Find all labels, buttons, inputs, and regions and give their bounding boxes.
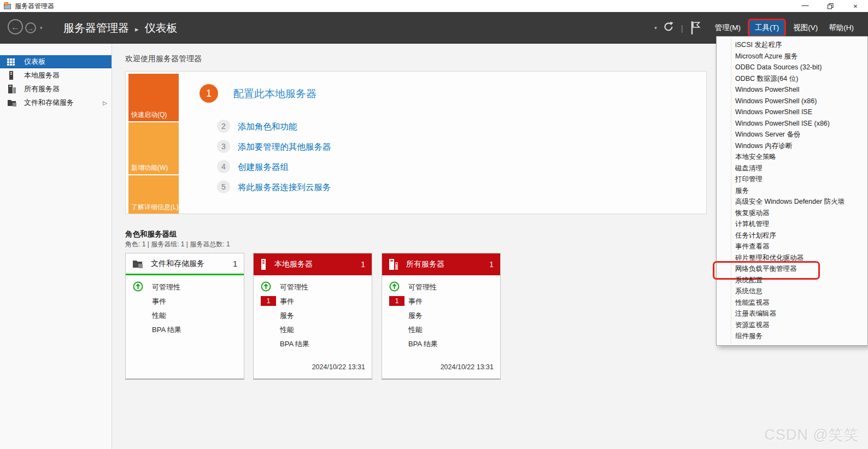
tools-menu-item[interactable]: 高级安全 Windows Defender 防火墙	[717, 196, 867, 208]
tools-menu-item[interactable]: Windows PowerShell ISE	[717, 107, 867, 118]
roles-section-summary: 角色: 1 | 服务器组: 1 | 服务器总数: 1	[125, 240, 230, 249]
tools-menu-item[interactable]: Windows 内存诊断	[717, 140, 867, 152]
tools-menu-item[interactable]: 组件服务	[717, 330, 867, 342]
tools-dropdown-menu: iSCSI 发起程序 Microsoft Azure 服务 ODBC Data …	[716, 36, 868, 346]
expand-arrow-icon[interactable]: ▷	[103, 100, 107, 106]
sidebar-item-all-servers[interactable]: 所有服务器	[0, 82, 112, 96]
card-row-link[interactable]: 服务	[280, 311, 294, 321]
notifications-caret-icon[interactable]: ▾	[654, 25, 657, 31]
card-row-link[interactable]: 性能	[408, 325, 423, 335]
tools-menu-item[interactable]: Microsoft Azure 服务	[717, 51, 867, 62]
menu-tools[interactable]: 工具(T)	[749, 20, 784, 36]
forward-button[interactable]: →	[25, 22, 36, 33]
welcome-title: 欢迎使用服务器管理器	[125, 54, 202, 64]
menu-help[interactable]: 帮助(H)	[823, 20, 859, 36]
card-row-link[interactable]: 服务	[408, 311, 423, 321]
menu-item-label: iSCSI 发起程序	[735, 41, 782, 49]
tools-menu-item[interactable]: Windows PowerShell	[717, 84, 867, 96]
sidebar-item-label: 所有服务器	[24, 84, 60, 94]
close-button[interactable]: ×	[843, 0, 868, 12]
card-row-link[interactable]: 性能	[152, 311, 166, 321]
tools-menu-item[interactable]: Windows PowerShell (x86)	[717, 96, 867, 107]
step-number-badge: 3	[217, 140, 230, 153]
card-row-link[interactable]: BPA 结果	[280, 339, 309, 349]
breadcrumb-root[interactable]: 服务器管理器	[63, 22, 129, 34]
tools-menu-item[interactable]: 碎片整理和优化驱动器	[717, 252, 867, 264]
restore-button[interactable]	[818, 0, 843, 12]
menu-item-label: 组件服务	[735, 332, 763, 340]
step-link[interactable]: 添加要管理的其他服务器	[238, 141, 331, 153]
card-row-bpa-results: BPA 结果	[126, 323, 244, 337]
step-link[interactable]: 添加角色和功能	[238, 121, 297, 133]
card-row-link[interactable]: 性能	[280, 325, 294, 335]
tools-menu-item[interactable]: 网络负载平衡管理器	[717, 263, 867, 275]
menu-item-label: Windows PowerShell	[735, 86, 799, 93]
step-link[interactable]: 将此服务器连接到云服务	[238, 182, 331, 193]
refresh-icon[interactable]	[662, 21, 675, 35]
card-header[interactable]: 所有服务器 1	[382, 253, 500, 275]
tools-menu-item[interactable]: 系统信息	[717, 286, 867, 297]
tools-menu-item[interactable]: 计算机管理	[717, 218, 867, 230]
window-titlebar: 服务器管理器 — ×	[0, 0, 868, 12]
manageability-up-icon	[389, 281, 400, 292]
tools-menu-item[interactable]: 本地安全策略	[717, 151, 867, 163]
card-row-link[interactable]: BPA 结果	[408, 339, 438, 349]
minimize-button[interactable]: —	[793, 0, 818, 12]
menu-item-label: 网络负载平衡管理器	[735, 265, 797, 273]
menu-manage[interactable]: 管理(M)	[709, 20, 746, 36]
card-row-services: 服务	[382, 309, 500, 323]
sidebar-item-local-server[interactable]: 本地服务器	[0, 69, 112, 82]
card-row-link[interactable]: 可管理性	[408, 282, 437, 292]
sidebar-item-file-storage-services[interactable]: 文件和存储服务 ▷	[0, 96, 112, 109]
sidebar-item-label: 本地服务器	[24, 70, 60, 80]
tools-menu-item[interactable]: ODBC Data Sources (32-bit)	[717, 62, 867, 73]
tools-menu-item[interactable]: Windows PowerShell ISE (x86)	[717, 118, 867, 129]
tools-menu-item[interactable]: 资源监视器	[717, 320, 867, 331]
menu-item-label: 打印管理	[735, 175, 763, 183]
all-servers-icon	[7, 85, 17, 93]
tools-menu-item[interactable]: 任务计划程序	[717, 230, 867, 241]
tab-learn-more[interactable]: 了解详细信息(L)	[128, 175, 179, 214]
tab-quick-start[interactable]: 快速启动(Q)	[128, 74, 179, 121]
card-row-link[interactable]: 事件	[408, 297, 423, 306]
card-row-link[interactable]: 事件	[280, 297, 294, 306]
back-button[interactable]: ←	[8, 19, 23, 34]
breadcrumb-separator-icon: ▸	[135, 25, 139, 33]
menu-item-label: ODBC Data Sources (32-bit)	[735, 63, 822, 71]
breadcrumb-current: 仪表板	[145, 22, 178, 34]
tools-menu-item[interactable]: 恢复驱动器	[717, 208, 867, 219]
menu-item-label: 恢复驱动器	[735, 209, 770, 217]
step-link[interactable]: 配置此本地服务器	[233, 87, 316, 101]
tools-menu-item[interactable]: 注册表编辑器	[717, 308, 867, 320]
tools-menu-item[interactable]: ODBC 数据源(64 位)	[717, 73, 867, 85]
tools-menu-item[interactable]: 打印管理	[717, 174, 867, 185]
tools-menu-item[interactable]: 系统配置	[717, 275, 867, 286]
tools-menu-item[interactable]: iSCSI 发起程序	[717, 39, 867, 51]
sidebar-item-dashboard[interactable]: 仪表板	[0, 55, 112, 68]
tools-menu-item[interactable]: 事件查看器	[717, 241, 867, 252]
card-header[interactable]: 本地服务器 1	[254, 253, 372, 275]
card-row-services: 服务	[254, 309, 372, 323]
card-row-manageability: 可管理性	[382, 280, 500, 294]
tools-menu-item[interactable]: 磁盘清理	[717, 163, 867, 174]
nav-history-caret-icon[interactable]: ▾	[40, 25, 43, 31]
menu-item-label: 计算机管理	[735, 220, 770, 228]
tab-whats-new[interactable]: 新增功能(W)	[128, 122, 179, 174]
card-row-manageability: 可管理性	[126, 280, 244, 294]
event-count-badge: 1	[389, 296, 404, 306]
menu-item-label: Microsoft Azure 服务	[735, 52, 798, 60]
card-header[interactable]: 文件和存储服务 1	[126, 253, 244, 275]
step-link[interactable]: 创建服务器组	[238, 162, 289, 173]
card-row-link[interactable]: 可管理性	[280, 282, 308, 292]
card-row-link[interactable]: 事件	[152, 297, 166, 306]
card-row-link[interactable]: BPA 结果	[152, 325, 181, 335]
card-row-link[interactable]: 可管理性	[152, 282, 180, 292]
menu-view[interactable]: 视图(V)	[788, 20, 823, 36]
tools-menu-item[interactable]: Windows Server 备份	[717, 129, 867, 140]
tools-menu-item[interactable]: 性能监视器	[717, 297, 867, 309]
tools-menu-item[interactable]: 服务	[717, 185, 867, 197]
menu-item-label: 高级安全 Windows Defender 防火墙	[735, 198, 844, 205]
file-storage-icon	[7, 98, 17, 107]
card-row-events: 事件	[126, 294, 244, 309]
flag-notifications-icon[interactable]	[690, 21, 701, 35]
